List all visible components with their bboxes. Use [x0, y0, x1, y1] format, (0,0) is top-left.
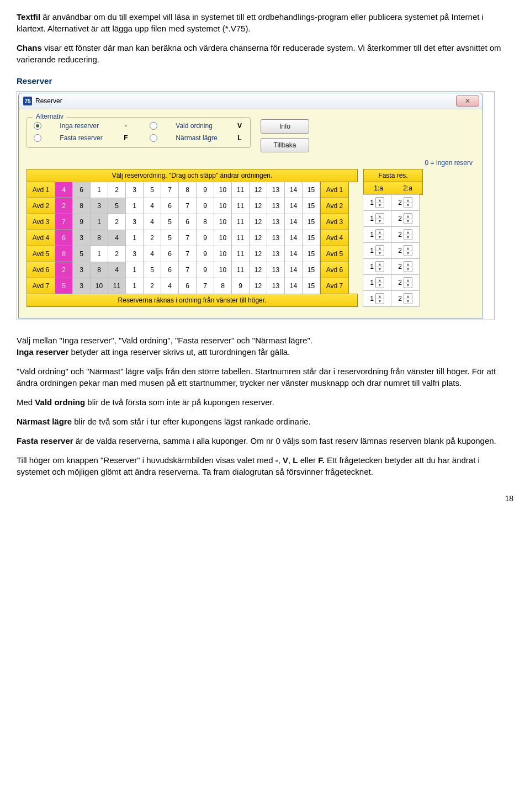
spinner[interactable]: ▲▼ [404, 245, 412, 256]
number-cell[interactable]: 14 [284, 262, 303, 278]
number-cell[interactable]: 3 [90, 198, 108, 214]
fasta-cell[interactable]: 2▲▼ [391, 258, 420, 275]
number-cell[interactable]: 2 [108, 246, 126, 262]
number-cell[interactable]: 5 [161, 214, 179, 230]
number-cell[interactable]: 4 [161, 278, 179, 294]
number-cell[interactable]: 1 [125, 198, 144, 214]
chevron-down-icon[interactable]: ▼ [404, 203, 412, 208]
chevron-up-icon[interactable]: ▲ [404, 278, 412, 283]
number-cell[interactable]: 2 [55, 262, 73, 278]
number-cell[interactable]: 4 [55, 182, 73, 198]
number-cell[interactable]: 10 [214, 230, 232, 246]
spinner[interactable]: ▲▼ [375, 277, 384, 288]
fasta-cell[interactable]: 1▲▼ [363, 290, 391, 307]
number-cell[interactable]: 8 [90, 262, 108, 278]
number-cell[interactable]: 11 [231, 182, 250, 198]
number-cell[interactable]: 12 [249, 262, 267, 278]
number-cell[interactable]: 5 [72, 246, 91, 262]
number-cell[interactable]: 11 [231, 246, 250, 262]
number-cell[interactable]: 12 [249, 198, 267, 214]
number-cell[interactable]: 13 [267, 246, 285, 262]
number-cell[interactable]: 6 [178, 278, 197, 294]
number-cell[interactable]: 3 [125, 246, 144, 262]
fasta-cell[interactable]: 1▲▼ [363, 194, 391, 211]
spinner[interactable]: ▲▼ [404, 197, 412, 208]
spinner[interactable]: ▲▼ [404, 293, 412, 304]
number-cell[interactable]: 5 [55, 278, 73, 294]
spinner[interactable]: ▲▼ [404, 261, 412, 272]
number-cell[interactable]: 11 [108, 278, 126, 294]
number-cell[interactable]: 12 [249, 246, 267, 262]
number-cell[interactable]: 14 [284, 214, 303, 230]
number-cell[interactable]: 13 [267, 198, 285, 214]
number-cell[interactable]: 6 [178, 214, 197, 230]
chevron-up-icon[interactable]: ▲ [376, 214, 384, 219]
number-cell[interactable]: 13 [267, 230, 285, 246]
chevron-down-icon[interactable]: ▼ [376, 283, 384, 288]
number-cell[interactable]: 15 [302, 182, 320, 198]
fasta-cell[interactable]: 1▲▼ [363, 210, 391, 227]
number-cell[interactable]: 2 [55, 198, 73, 214]
number-cell[interactable]: 4 [143, 198, 161, 214]
number-cell[interactable]: 5 [161, 230, 179, 246]
chevron-down-icon[interactable]: ▼ [404, 235, 412, 240]
number-cell[interactable]: 15 [302, 214, 320, 230]
chevron-up-icon[interactable]: ▲ [404, 294, 412, 299]
number-cell[interactable]: 15 [302, 278, 320, 294]
chevron-down-icon[interactable]: ▼ [376, 299, 384, 304]
spinner[interactable]: ▲▼ [375, 229, 384, 240]
number-cell[interactable]: 6 [161, 198, 179, 214]
number-cell[interactable]: 3 [125, 214, 144, 230]
number-cell[interactable]: 8 [196, 214, 214, 230]
number-cell[interactable]: 9 [72, 214, 91, 230]
number-grid[interactable]: 4612357891011121314152835146791011121314… [55, 182, 320, 294]
number-cell[interactable]: 14 [284, 182, 303, 198]
number-cell[interactable]: 7 [178, 262, 197, 278]
number-cell[interactable]: 9 [196, 198, 214, 214]
number-cell[interactable]: 14 [284, 278, 303, 294]
number-cell[interactable]: 5 [143, 182, 161, 198]
number-cell[interactable]: 11 [231, 198, 250, 214]
number-cell[interactable]: 1 [90, 246, 108, 262]
number-cell[interactable]: 6 [161, 246, 179, 262]
chevron-up-icon[interactable]: ▲ [404, 230, 412, 235]
number-cell[interactable]: 15 [302, 262, 320, 278]
number-cell[interactable]: 11 [231, 214, 250, 230]
number-cell[interactable]: 9 [231, 278, 250, 294]
spinner[interactable]: ▲▼ [404, 213, 412, 224]
spinner[interactable]: ▲▼ [375, 293, 384, 304]
number-cell[interactable]: 3 [72, 230, 91, 246]
number-cell[interactable]: 1 [90, 182, 108, 198]
chevron-up-icon[interactable]: ▲ [404, 214, 412, 219]
number-cell[interactable]: 10 [214, 246, 232, 262]
number-cell[interactable]: 6 [55, 230, 73, 246]
radio-fasta-reserver[interactable] [34, 134, 41, 142]
chevron-down-icon[interactable]: ▼ [376, 251, 384, 256]
number-cell[interactable]: 14 [284, 246, 303, 262]
fasta-cell[interactable]: 2▲▼ [391, 210, 420, 227]
number-cell[interactable]: 9 [196, 262, 214, 278]
chevron-down-icon[interactable]: ▼ [404, 267, 412, 272]
fasta-cell[interactable]: 1▲▼ [363, 274, 391, 291]
number-cell[interactable]: 10 [214, 214, 232, 230]
chevron-down-icon[interactable]: ▼ [404, 219, 412, 224]
fasta-cell[interactable]: 1▲▼ [363, 258, 391, 275]
fasta-cell[interactable]: 1▲▼ [363, 226, 391, 243]
number-cell[interactable]: 2 [143, 230, 161, 246]
chevron-down-icon[interactable]: ▼ [376, 219, 384, 224]
chevron-down-icon[interactable]: ▼ [376, 267, 384, 272]
chevron-up-icon[interactable]: ▲ [376, 246, 384, 251]
number-cell[interactable]: 14 [284, 230, 303, 246]
number-cell[interactable]: 12 [249, 278, 267, 294]
spinner[interactable]: ▲▼ [404, 277, 412, 288]
chevron-up-icon[interactable]: ▲ [376, 230, 384, 235]
spinner[interactable]: ▲▼ [375, 213, 384, 224]
spinner[interactable]: ▲▼ [375, 245, 384, 256]
spinner[interactable]: ▲▼ [375, 261, 384, 272]
number-cell[interactable]: 7 [178, 246, 197, 262]
number-cell[interactable]: 14 [284, 198, 303, 214]
number-cell[interactable]: 13 [267, 262, 285, 278]
number-cell[interactable]: 2 [108, 214, 126, 230]
number-cell[interactable]: 9 [196, 230, 214, 246]
fasta-cell[interactable]: 2▲▼ [391, 242, 420, 259]
